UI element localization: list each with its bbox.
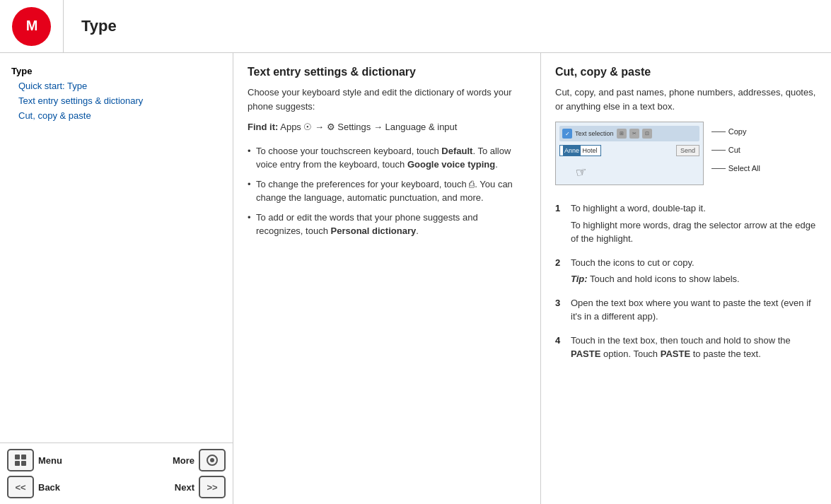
bullet-list: To choose your touchscreen keyboard, tou…	[248, 141, 526, 241]
numbered-steps: 1 To highlight a word, double-tap it. To…	[555, 201, 817, 364]
right-panel: Cut, copy & paste Cut, copy, and past na…	[541, 53, 831, 504]
right-panel-intro: Cut, copy, and past names, phone numbers…	[555, 86, 817, 113]
cursor-hand-icon: ☞	[574, 164, 588, 181]
step-2-num: 2	[555, 256, 565, 289]
bullet-2: To change the preferences for your keybo…	[248, 175, 526, 208]
motorola-logo: M	[12, 7, 51, 46]
sidebar-item-type[interactable]: Type	[7, 64, 226, 78]
sidebar: Type Quick start: Type Text entry settin…	[0, 53, 233, 504]
cut-label-line: Cut	[711, 146, 760, 154]
bullet-3: To add or edit the words that your phone…	[248, 208, 526, 241]
next-label: Next	[175, 482, 194, 493]
find-it: Find it: Apps ☉ → ⚙ Settings → Language …	[248, 120, 526, 134]
menu-icon	[7, 449, 34, 471]
bullet-1: To choose your touchscreen keyboard, tou…	[248, 141, 526, 175]
left-panel-title: Text entry settings & dictionary	[248, 66, 526, 78]
step-3-content: Open the text box where you want to past…	[571, 296, 817, 327]
sel-bar-label: Text selection	[575, 130, 614, 137]
sidebar-item-textentry[interactable]: Text entry settings & dictionary	[14, 93, 226, 108]
screenshot-inner: ✓ Text selection ⊞ ✂ ⊡ Anne Hotel Send	[556, 122, 703, 184]
screenshot-labels: Copy Cut Select All	[711, 127, 760, 172]
svg-text:M: M	[25, 18, 37, 33]
content-area: Text entry settings & dictionary Choose …	[233, 53, 831, 504]
sidebar-sub-items: Quick start: Type Text entry settings & …	[7, 78, 226, 123]
sel-icon-2: ✂	[629, 129, 639, 139]
left-panel-intro: Choose your keyboard style and edit the …	[248, 86, 526, 113]
step-1-num: 1	[555, 201, 565, 249]
sidebar-item-cutcopy[interactable]: Cut, copy & paste	[14, 108, 226, 123]
find-it-label: Find it:	[248, 122, 278, 132]
step-1-content: To highlight a word, double-tap it. To h…	[571, 201, 817, 249]
step-4-content: Touch in the text box, then touch and ho…	[571, 334, 817, 364]
select-all-dash	[711, 168, 726, 169]
step-2-content: Touch the icons to cut or copy. Tip: Tou…	[571, 256, 817, 289]
sel-bar: ✓ Text selection ⊞ ✂ ⊡	[559, 126, 699, 141]
header: M Type	[0, 0, 831, 53]
check-icon: ✓	[562, 129, 572, 139]
page-title: Type	[64, 17, 117, 35]
step-4: 4 Touch in the text box, then touch and …	[555, 334, 817, 364]
sidebar-item-quickstart[interactable]: Quick start: Type	[14, 78, 226, 93]
sel-icon-3: ⊡	[642, 129, 652, 139]
step-2: 2 Touch the icons to cut or copy. Tip: T…	[555, 256, 817, 289]
logo-area: M	[0, 0, 64, 52]
right-panel-title: Cut, copy & paste	[555, 66, 817, 78]
text-row: Anne Hotel Send	[559, 145, 699, 156]
select-all-label-line: Select All	[711, 164, 760, 172]
svg-point-7	[210, 458, 214, 462]
screenshot-box: ✓ Text selection ⊞ ✂ ⊡ Anne Hotel Send	[555, 122, 704, 185]
screenshot-illustration: ✓ Text selection ⊞ ✂ ⊡ Anne Hotel Send	[555, 122, 760, 189]
copy-label-line: Copy	[711, 127, 760, 136]
sel-icon-1: ⊞	[617, 129, 627, 139]
svg-rect-3	[21, 455, 26, 459]
bottom-row-top: Menu More	[7, 449, 226, 471]
cut-label: Cut	[728, 146, 740, 154]
copy-label: Copy	[728, 127, 747, 136]
more-label: More	[173, 455, 194, 466]
menu-button[interactable]: Menu	[7, 449, 62, 471]
find-it-path: Apps ☉ → ⚙ Settings → Language & input	[280, 122, 457, 132]
step-4-num: 4	[555, 334, 565, 364]
next-button[interactable]: Next >>	[175, 476, 226, 498]
svg-rect-2	[15, 455, 20, 459]
sidebar-nav: Type Quick start: Type Text entry settin…	[0, 53, 233, 134]
back-button[interactable]: << Back	[7, 476, 60, 498]
svg-rect-5	[21, 461, 26, 466]
cut-dash	[711, 150, 726, 151]
bottom-bar: Menu More << Back	[0, 443, 233, 504]
copy-dash	[711, 131, 726, 132]
step-3: 3 Open the text box where you want to pa…	[555, 296, 817, 327]
main-container: Type Quick start: Type Text entry settin…	[0, 53, 831, 504]
send-box: Send	[676, 145, 699, 156]
back-icon: <<	[7, 476, 34, 498]
step-1: 1 To highlight a word, double-tap it. To…	[555, 201, 817, 249]
menu-label: Menu	[38, 455, 62, 466]
svg-rect-4	[15, 461, 20, 466]
select-all-label: Select All	[728, 164, 760, 172]
step-3-num: 3	[555, 296, 565, 327]
next-icon: >>	[199, 476, 226, 498]
more-button[interactable]: More	[173, 449, 226, 471]
anne-highlight: Anne	[563, 146, 581, 156]
anne-hotel-text: Anne Hotel	[559, 145, 601, 156]
bottom-row-bottom: << Back Next >>	[7, 476, 226, 498]
back-label: Back	[38, 482, 60, 493]
left-panel: Text entry settings & dictionary Choose …	[233, 53, 541, 504]
more-icon	[199, 449, 226, 471]
